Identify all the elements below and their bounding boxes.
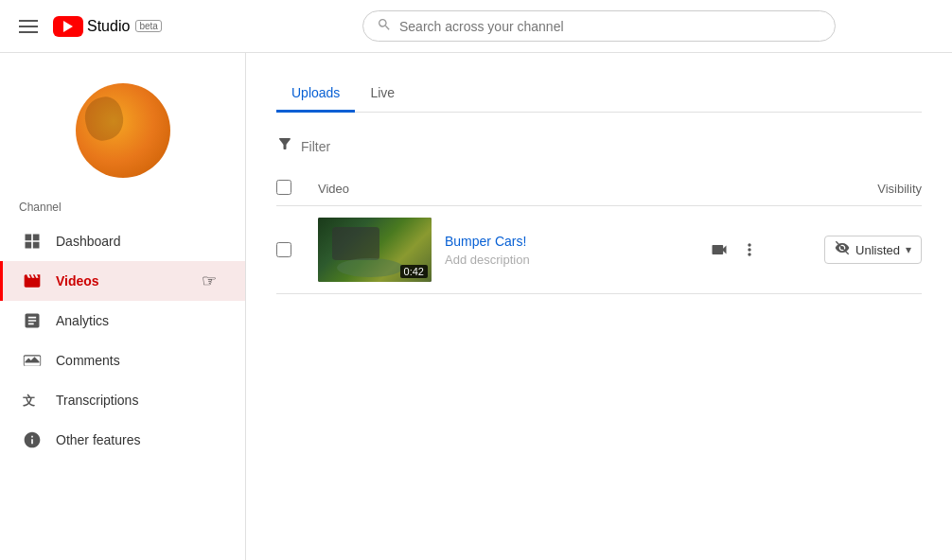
dashboard-icon [22,231,43,252]
search-bar [261,10,937,42]
header-check [276,180,318,198]
more-options-icon[interactable] [740,240,759,259]
video-info: 0:42 Bumper Cars! Add description [318,218,698,282]
topbar-left: Studiobeta [15,16,261,37]
filter-row [276,128,922,172]
studio-text: Studio [87,18,130,35]
analytics-icon [22,310,43,331]
video-camera-icon[interactable] [710,240,729,259]
svg-text:文: 文 [23,394,35,408]
other-features-icon [22,429,43,450]
channel-label: Channel [0,197,245,221]
search-input[interactable] [399,19,821,34]
sidebar-item-comments-label: Comments [56,353,120,368]
search-icon [377,17,392,35]
video-description: Add description [445,253,530,267]
visibility-badge[interactable]: Unlisted ▾ [824,236,922,264]
avatar [76,83,170,178]
video-duration: 0:42 [400,265,428,278]
table-header: Video Visibility [276,172,922,206]
search-input-wrap[interactable] [362,10,836,42]
sidebar-item-videos[interactable]: Videos ☞ [0,261,245,301]
videos-icon [22,271,43,291]
youtube-logo-icon [53,16,83,37]
tab-uploads[interactable]: Uploads [276,76,355,113]
sidebar-item-comments[interactable]: Comments [0,341,245,380]
main-content: Uploads Live Video Visibility [246,53,952,560]
header-video: Video [318,182,770,196]
sidebar-item-other-features-label: Other features [56,432,141,447]
hamburger-menu[interactable] [15,16,42,37]
video-actions [698,240,770,259]
sidebar-item-transcriptions[interactable]: 文 Transcriptions [0,380,245,420]
topbar: Studiobeta [0,0,952,53]
dropdown-arrow-icon: ▾ [906,243,911,256]
transcriptions-icon: 文 [22,390,43,411]
sidebar-item-dashboard-label: Dashboard [56,234,121,249]
sidebar-item-analytics[interactable]: Analytics [0,301,245,341]
tab-live[interactable]: Live [355,76,410,113]
table-row: 0:42 Bumper Cars! Add description [276,206,922,294]
header-visibility: Visibility [770,182,922,196]
select-all-checkbox[interactable] [276,180,291,195]
sidebar-item-other-features[interactable]: Other features [0,420,245,460]
video-title[interactable]: Bumper Cars! [445,234,530,249]
video-meta: Bumper Cars! Add description [445,234,530,267]
filter-input[interactable] [301,139,467,154]
tabs: Uploads Live [276,76,922,113]
cursor-icon: ☞ [202,271,217,291]
comments-icon [22,350,43,371]
visibility-label: Unlisted [855,243,900,257]
row-checkbox[interactable] [276,242,318,257]
unlisted-icon [835,240,850,259]
sidebar-item-transcriptions-label: Transcriptions [56,393,138,408]
layout: Channel Dashboard Videos ☞ Analytics [0,53,952,560]
sidebar-item-dashboard[interactable]: Dashboard [0,221,245,261]
sidebar-item-videos-label: Videos [56,273,99,289]
filter-icon [276,135,293,157]
sidebar: Channel Dashboard Videos ☞ Analytics [0,53,246,560]
visibility-col: Unlisted ▾ [770,236,922,264]
logo-area: Studiobeta [53,16,162,37]
beta-badge: beta [135,20,161,32]
video-thumbnail: 0:42 [318,218,432,282]
avatar-section [0,68,245,197]
sidebar-item-analytics-label: Analytics [56,313,109,328]
row-select-checkbox[interactable] [276,242,291,257]
